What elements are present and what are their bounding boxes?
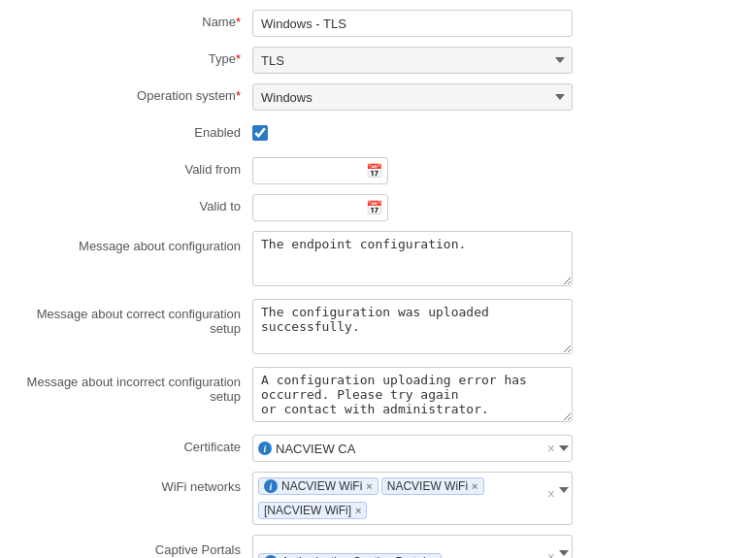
valid-to-label: Valid to <box>19 194 252 213</box>
msg-incorrect-row: Message about incorrect configuration se… <box>19 367 737 425</box>
name-field-wrapper <box>252 10 573 37</box>
wifi-tag-1: i NACVIEW WiFi × <box>258 477 378 495</box>
captive-portals-field-wrapper: i Authorization Captive Portal × × <box>252 535 573 558</box>
wifi-tag-field: i NACVIEW WiFi × NACVIEW WiFi × [NACVIEW… <box>252 472 573 525</box>
valid-from-row: Valid from 📅 <box>19 157 737 184</box>
valid-to-date-wrapper: 📅 <box>252 194 388 221</box>
msg-incorrect-field-wrapper: A configuration uploading error has occu… <box>252 367 573 425</box>
wifi-tag-3-text: [NACVIEW WiFi] <box>264 504 351 517</box>
wifi-clear-button[interactable]: × <box>547 487 555 501</box>
type-select[interactable]: TLS PEAP EAP-FAST <box>252 47 573 74</box>
type-field-wrapper: TLS PEAP EAP-FAST <box>252 47 573 74</box>
captive-portals-row: Captive Portals i Authorization Captive … <box>19 535 737 558</box>
msg-correct-label: Message about correct configuration setu… <box>19 299 252 336</box>
wifi-tag-3-remove-button[interactable]: × <box>355 505 361 516</box>
os-field-wrapper: Windows macOS Linux Android iOS <box>252 83 573 111</box>
wifi-tag-2-text: NACVIEW WiFi <box>387 479 468 493</box>
msg-incorrect-textarea[interactable]: A configuration uploading error has occu… <box>252 367 573 422</box>
name-row: Name* <box>19 10 737 37</box>
certificate-clear-button[interactable]: × <box>547 442 555 455</box>
wifi-tag-wrapper: i NACVIEW WiFi × NACVIEW WiFi × [NACVIEW… <box>252 472 573 525</box>
wifi-tag-1-remove-button[interactable]: × <box>366 480 372 492</box>
certificate-tag-wrapper: i NACVIEW CA × <box>252 435 573 462</box>
valid-from-calendar-icon[interactable]: 📅 <box>366 163 382 179</box>
enabled-label: Enabled <box>19 120 252 140</box>
captive-portals-label: Captive Portals <box>19 535 252 557</box>
msg-incorrect-label: Message about incorrect configuration se… <box>19 367 252 404</box>
form-container: Name* Type* TLS PEAP EAP-FAST Operation … <box>0 0 756 558</box>
type-select-wrapper: TLS PEAP EAP-FAST <box>252 47 573 74</box>
captive-portals-clear-button[interactable]: × <box>547 550 555 558</box>
wifi-tag-1-info-icon: i <box>264 479 278 493</box>
os-label: Operation system* <box>19 83 252 103</box>
certificate-value-text: NACVIEW CA <box>276 442 355 456</box>
certificate-label: Certificate <box>19 435 252 454</box>
captive-portal-tag-1-info-icon: i <box>264 555 278 559</box>
type-row: Type* TLS PEAP EAP-FAST <box>19 47 737 74</box>
certificate-info-icon: i <box>258 442 272 455</box>
name-input[interactable] <box>252 10 573 37</box>
certificate-field-wrapper: i NACVIEW CA × <box>252 435 573 462</box>
msg-correct-field-wrapper: The configuration was uploaded successfu… <box>252 299 573 357</box>
valid-from-field-wrapper: 📅 <box>252 157 573 184</box>
captive-portals-tag-field: i Authorization Captive Portal × <box>252 535 573 558</box>
enabled-row: Enabled <box>19 120 737 148</box>
msg-config-textarea[interactable]: The endpoint configuration. <box>252 231 573 286</box>
valid-to-calendar-icon[interactable]: 📅 <box>366 200 382 215</box>
wifi-tag-1-text: NACVIEW WiFi <box>281 479 362 493</box>
certificate-tag-field: i NACVIEW CA <box>252 435 573 462</box>
valid-from-date-wrapper: 📅 <box>252 157 388 184</box>
captive-portal-tag-1: i Authorization Captive Portal × <box>258 553 442 559</box>
type-label: Type* <box>19 47 252 66</box>
msg-correct-textarea[interactable]: The configuration was uploaded successfu… <box>252 299 573 354</box>
certificate-row: Certificate i NACVIEW CA × <box>19 435 737 462</box>
os-row: Operation system* Windows macOS Linux An… <box>19 83 737 111</box>
captive-portal-tag-1-text: Authorization Captive Portal <box>281 555 426 559</box>
msg-config-label: Message about configuration <box>19 231 252 253</box>
msg-correct-row: Message about correct configuration setu… <box>19 299 737 357</box>
valid-from-label: Valid from <box>19 157 252 177</box>
enabled-field-wrapper <box>252 120 573 144</box>
wifi-tag-2: NACVIEW WiFi × <box>381 477 484 495</box>
wifi-label: WiFi networks <box>19 472 252 494</box>
os-select-wrapper: Windows macOS Linux Android iOS <box>252 83 573 111</box>
captive-portals-tag-wrapper: i Authorization Captive Portal × × <box>252 535 573 558</box>
enabled-checkbox[interactable] <box>252 125 268 141</box>
os-select[interactable]: Windows macOS Linux Android iOS <box>252 83 573 111</box>
wifi-field-wrapper: i NACVIEW WiFi × NACVIEW WiFi × [NACVIEW… <box>252 472 573 525</box>
wifi-row: WiFi networks i NACVIEW WiFi × NACVIEW W… <box>19 472 737 525</box>
wifi-tag-3: [NACVIEW WiFi] × <box>258 502 367 519</box>
wifi-tag-2-remove-button[interactable]: × <box>472 480 477 492</box>
msg-config-field-wrapper: The endpoint configuration. <box>252 231 573 289</box>
valid-to-row: Valid to 📅 <box>19 194 737 221</box>
msg-config-row: Message about configuration The endpoint… <box>19 231 737 289</box>
name-label: Name* <box>19 10 252 29</box>
valid-to-field-wrapper: 📅 <box>252 194 573 221</box>
